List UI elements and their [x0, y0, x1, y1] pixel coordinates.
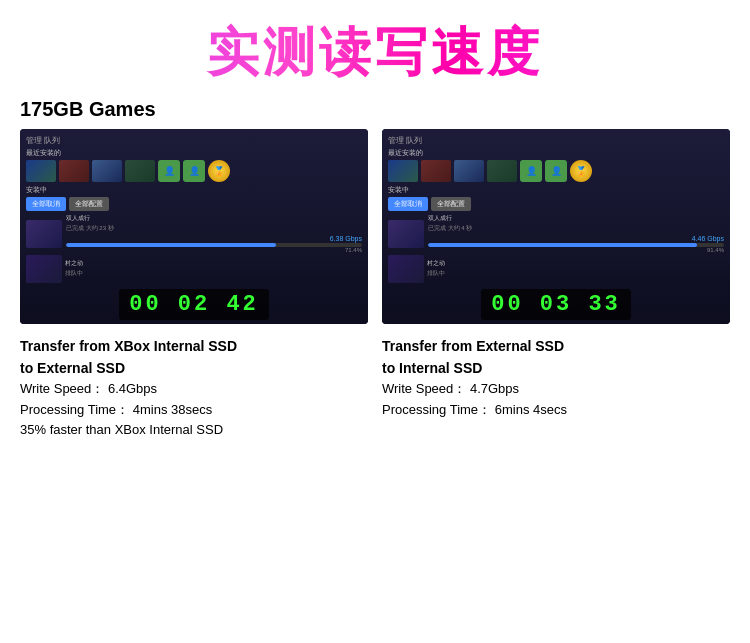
- left-game-icons: 👤 👤 🏅: [26, 160, 362, 182]
- left-screen: 管理 队列 最近安装的 👤 👤 🏅 安装中: [20, 129, 368, 324]
- left-install-title-1: 双人成行: [66, 214, 362, 223]
- right-game-thumb-1: [388, 160, 418, 182]
- right-install-title-1: 双人成行: [428, 214, 724, 223]
- right-screen: 管理 队列 最近安装的 👤 👤 🏅 安装中: [382, 129, 730, 324]
- game-thumb-1: [26, 160, 56, 182]
- left-timer-overlay: 00 02 42: [20, 289, 368, 320]
- right-icon-btn-person1[interactable]: 👤: [520, 160, 542, 182]
- left-install-sub-2: 排队中: [65, 269, 362, 278]
- left-desc-line2: to External SSD: [20, 358, 368, 380]
- left-desc-line5: 35% faster than XBox Internal SSD: [20, 420, 368, 440]
- right-desc-box: Transfer from External SSD to Internal S…: [382, 336, 730, 440]
- right-icon-btn-person2[interactable]: 👤: [545, 160, 567, 182]
- right-install-info-1: 双人成行 已完成 大约 4 秒 4.46 Gbps 91.4%: [428, 214, 724, 253]
- right-game-thumb-2: [421, 160, 451, 182]
- left-desc-line1: Transfer from XBox Internal SSD: [20, 336, 368, 358]
- right-install-item-2: 村之动 排队中: [388, 255, 724, 283]
- right-install-section: 安装中 全部取消 全部配置 双人成行 已完成 大约 4 秒: [388, 185, 724, 283]
- left-btn-install[interactable]: 全部取消: [26, 197, 66, 211]
- left-desc-line4: Processing Time： 4mins 38secs: [20, 400, 368, 420]
- left-btn-manage[interactable]: 全部配置: [69, 197, 109, 211]
- left-install-section: 安装中 全部取消 全部配置 双人成行 已完成 大约 23 秒: [26, 185, 362, 283]
- right-medal-icon: 🏅: [570, 160, 592, 182]
- right-game-icons: 👤 👤 🏅: [388, 160, 724, 182]
- right-install-buttons: 全部取消 全部配置: [388, 197, 724, 211]
- right-game-thumb-4: [487, 160, 517, 182]
- left-install-buttons: 全部取消 全部配置: [26, 197, 362, 211]
- right-game-thumb-3: [454, 160, 484, 182]
- right-btn-manage[interactable]: 全部配置: [431, 197, 471, 211]
- main-title: 实测读写速度: [0, 18, 750, 88]
- left-install-info-1: 双人成行 已完成 大约 23 秒 6.38 Gbps 71.4%: [66, 214, 362, 253]
- left-install-item-2: 村之动 排队中: [26, 255, 362, 283]
- right-desc-line2: to Internal SSD: [382, 358, 730, 380]
- right-install-item-1: 双人成行 已完成 大约 4 秒 4.46 Gbps 91.4%: [388, 214, 724, 253]
- left-timer: 00 02 42: [119, 289, 269, 320]
- right-install-title-2: 村之动: [427, 259, 724, 268]
- right-desc-line3: Write Speed： 4.7Gbps: [382, 379, 730, 399]
- left-desc-box: Transfer from XBox Internal SSD to Exter…: [20, 336, 368, 440]
- right-install-thumb-2: [388, 255, 424, 283]
- icon-btn-person1[interactable]: 👤: [158, 160, 180, 182]
- screens-row: 管理 队列 最近安装的 👤 👤 🏅 安装中: [20, 129, 730, 324]
- left-install-item-1: 双人成行 已完成 大约 23 秒 6.38 Gbps 71.4%: [26, 214, 362, 253]
- right-desc-line4: Processing Time： 6mins 4secs: [382, 400, 730, 420]
- game-thumb-4: [125, 160, 155, 182]
- left-install-label: 安装中: [26, 185, 362, 195]
- left-install-info-2: 村之动 排队中: [65, 259, 362, 280]
- right-install-sub-1: 已完成 大约 4 秒: [428, 224, 724, 233]
- right-desc-line1: Transfer from External SSD: [382, 336, 730, 358]
- right-progress-pct: 91.4%: [428, 247, 724, 253]
- right-timer: 00 03 33: [481, 289, 631, 320]
- right-screen-inner: 管理 队列 最近安装的 👤 👤 🏅 安装中: [382, 129, 730, 324]
- right-install-thumb-1: [388, 220, 424, 248]
- left-top-label: 管理 队列: [26, 135, 60, 146]
- right-recent-label: 最近安装的: [388, 148, 724, 158]
- game-thumb-3: [92, 160, 122, 182]
- icon-btn-person2[interactable]: 👤: [183, 160, 205, 182]
- left-screen-inner: 管理 队列 最近安装的 👤 👤 🏅 安装中: [20, 129, 368, 324]
- content-section: 175GB Games 管理 队列 最近安装的 👤 👤: [0, 98, 750, 440]
- left-install-items: 双人成行 已完成 大约 23 秒 6.38 Gbps 71.4%: [26, 214, 362, 283]
- medal-icon: 🏅: [208, 160, 230, 182]
- title-section: 实测读写速度: [0, 0, 750, 98]
- right-install-label: 安装中: [388, 185, 724, 195]
- left-install-sub-1: 已完成 大约 23 秒: [66, 224, 362, 233]
- right-btn-install[interactable]: 全部取消: [388, 197, 428, 211]
- right-install-items: 双人成行 已完成 大约 4 秒 4.46 Gbps 91.4%: [388, 214, 724, 283]
- right-top-label: 管理 队列: [388, 135, 422, 146]
- right-install-info-2: 村之动 排队中: [427, 259, 724, 280]
- right-install-sub-2: 排队中: [427, 269, 724, 278]
- right-timer-overlay: 00 03 33: [382, 289, 730, 320]
- left-desc-line3: Write Speed： 6.4Gbps: [20, 379, 368, 399]
- games-label: 175GB Games: [20, 98, 730, 121]
- left-install-thumb-1: [26, 220, 62, 248]
- right-speed-label: 4.46 Gbps: [428, 235, 724, 242]
- left-recent-label: 最近安装的: [26, 148, 362, 158]
- right-top-bar: 管理 队列: [388, 135, 724, 146]
- left-install-thumb-2: [26, 255, 62, 283]
- left-top-bar: 管理 队列: [26, 135, 362, 146]
- page-wrapper: 实测读写速度 175GB Games 管理 队列 最近安装的 👤: [0, 0, 750, 643]
- left-progress-pct: 71.4%: [66, 247, 362, 253]
- left-speed-label: 6.38 Gbps: [66, 235, 362, 242]
- left-install-title-2: 村之动: [65, 259, 362, 268]
- game-thumb-2: [59, 160, 89, 182]
- desc-row: Transfer from XBox Internal SSD to Exter…: [20, 336, 730, 440]
